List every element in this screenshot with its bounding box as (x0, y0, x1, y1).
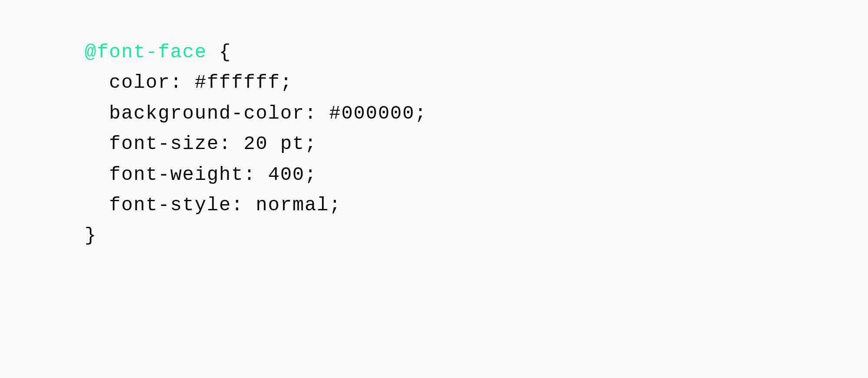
code-line: background-color: #000000; (85, 103, 427, 124)
css-code-block: @font-face { color: #ffffff; background-… (85, 37, 427, 251)
code-line: font-size: 20 pt; (85, 133, 317, 155)
close-brace: } (85, 225, 97, 246)
code-line: font-style: normal; (85, 194, 341, 216)
open-brace: { (207, 41, 231, 63)
at-rule-keyword: @font-face (85, 41, 207, 63)
code-line: color: #ffffff; (85, 72, 293, 93)
code-line: font-weight: 400; (85, 164, 317, 186)
